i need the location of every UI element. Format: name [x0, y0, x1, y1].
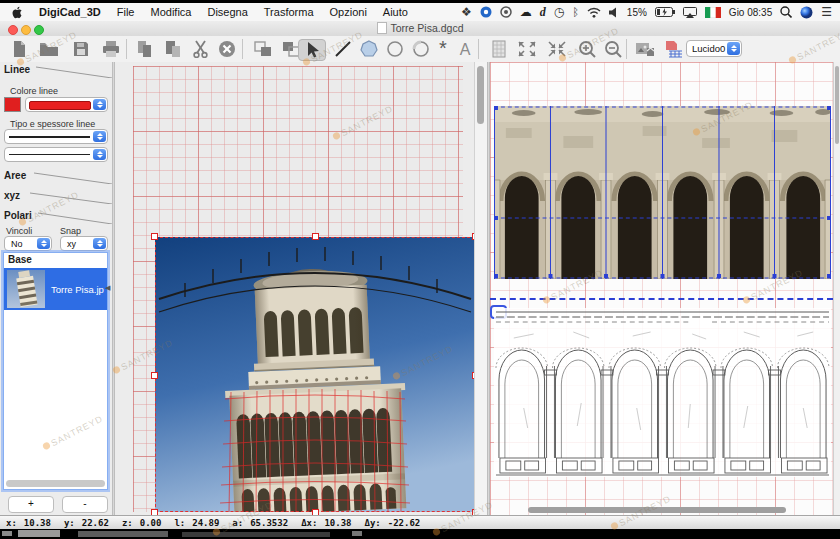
line-type-stepper[interactable]: [93, 131, 106, 142]
menu-modifica[interactable]: Modifica: [150, 6, 191, 18]
vincoli-select[interactable]: No: [4, 236, 52, 251]
line-color-select[interactable]: [25, 97, 108, 112]
canvas-sheet-grid[interactable]: [133, 66, 463, 512]
coord-a: a:65.3532: [232, 518, 288, 528]
selection-handle-n[interactable]: [312, 233, 319, 240]
zoom-selection-button[interactable]: [544, 39, 570, 59]
cloud-icon[interactable]: ☁: [520, 5, 532, 19]
section-xyz[interactable]: xyz: [4, 190, 20, 201]
canvas-vertical-scrollbar-thumb[interactable]: [477, 66, 484, 124]
add-item-button[interactable]: +: [8, 496, 54, 513]
title-bar: Torre Pisa.dgcd: [0, 21, 840, 37]
bluetooth-icon[interactable]: ᛒ: [572, 5, 579, 19]
base-list-item-torre-pisa[interactable]: Torre Pisa.jp: [4, 268, 107, 310]
colore-linee-label: Colore linee: [10, 86, 58, 96]
menu-aiuto[interactable]: Aiuto: [383, 6, 408, 18]
zoom-fit-button[interactable]: [514, 39, 540, 59]
battery-icon[interactable]: [655, 5, 675, 19]
new-document-button[interactable]: [6, 39, 32, 59]
airplay-icon[interactable]: [683, 5, 697, 19]
notification-center-icon[interactable]: ☰: [821, 5, 832, 19]
open-folder-button[interactable]: [36, 39, 62, 59]
canvas-vertical-scrollbar[interactable]: [474, 62, 487, 515]
page-grid-button[interactable]: [486, 39, 512, 59]
text-tool-button[interactable]: A: [452, 39, 478, 59]
section-linee[interactable]: Linee: [4, 64, 30, 75]
time-machine-icon[interactable]: ◷: [554, 5, 564, 19]
menu-opzioni[interactable]: Opzioni: [330, 6, 367, 18]
tower-photo: [155, 237, 475, 512]
delete-button[interactable]: [214, 39, 240, 59]
line-width-preview: [9, 154, 90, 155]
select-arrow-button[interactable]: [298, 39, 326, 61]
coord-x: x:10.38: [6, 518, 51, 528]
paste-button[interactable]: [132, 39, 158, 59]
section-polari[interactable]: Polari: [4, 210, 32, 221]
base-list: Base Torre Pisa.jp: [3, 252, 108, 490]
bring-to-front-button[interactable]: [250, 39, 276, 59]
circle-tool-button[interactable]: [382, 39, 408, 59]
toolbar-separator: [242, 39, 243, 59]
battery-percent: 15%: [627, 7, 647, 18]
right-panel-vertical-scrollbar[interactable]: [833, 62, 840, 515]
right-panel-vertical-scrollbar-thumb[interactable]: [835, 66, 839, 144]
sidebar-collapse-arrow[interactable]: ◀: [105, 284, 110, 292]
layer-grid-button[interactable]: [660, 39, 686, 59]
line-width-stepper[interactable]: [93, 149, 106, 160]
menu-file[interactable]: File: [117, 6, 135, 18]
copy-button[interactable]: [160, 39, 186, 59]
status-bar: x:10.38 y:22.62 z:0.00 l:24.89 a:65.3532…: [0, 515, 840, 529]
snap-select[interactable]: xy: [60, 236, 108, 251]
svg-text:A: A: [460, 41, 471, 58]
selection-handle-nw[interactable]: [151, 233, 158, 240]
record-icon[interactable]: [500, 5, 512, 19]
rectified-photo-strip[interactable]: [494, 106, 831, 279]
coord-l: l:24.89: [174, 518, 219, 528]
screen-edge-artifact: [462, 0, 560, 2]
left-sidebar: Linee Colore linee Tipo e spessore linee…: [0, 62, 112, 515]
right-panel-horizontal-scrollbar-thumb[interactable]: [528, 507, 786, 513]
vector-drawing[interactable]: [494, 308, 831, 477]
layer-selector-stepper[interactable]: [727, 42, 740, 55]
vincoli-stepper[interactable]: [37, 238, 50, 249]
base-list-header: Base: [4, 253, 107, 269]
app-circle-icon[interactable]: [480, 5, 492, 19]
dropbox-icon[interactable]: ❖: [461, 5, 472, 19]
line-color-swatch[interactable]: [4, 97, 21, 112]
section-aree[interactable]: Aree: [4, 170, 26, 181]
siri-icon[interactable]: [800, 5, 813, 19]
menu-disegna[interactable]: Disegna: [207, 6, 247, 18]
rectify-photo-button[interactable]: [632, 39, 658, 59]
save-button[interactable]: [68, 39, 94, 59]
layer-selector[interactable]: Lucido0: [686, 40, 742, 57]
volume-icon[interactable]: [609, 5, 619, 19]
menu-bar-left: DigiCad_3D File Modifica Disegna Trasfor…: [0, 5, 408, 19]
apple-menu-icon[interactable]: [12, 5, 23, 19]
menu-clock[interactable]: Gio 08:35: [729, 7, 772, 18]
base-list-scrollbar[interactable]: [6, 480, 105, 487]
line-type-select[interactable]: [4, 129, 108, 144]
menu-trasforma[interactable]: Trasforma: [264, 6, 314, 18]
selection-handle-w[interactable]: [151, 372, 158, 379]
right-panel[interactable]: [490, 62, 833, 515]
d-icon[interactable]: d: [540, 5, 546, 19]
snap-stepper[interactable]: [93, 238, 106, 249]
italian-flag-icon[interactable]: [705, 5, 721, 19]
line-color-stepper[interactable]: [93, 99, 106, 110]
snap-value: xy: [67, 239, 76, 249]
drawing-canvas[interactable]: [115, 62, 487, 515]
print-button[interactable]: [98, 39, 124, 59]
wifi-icon[interactable]: [587, 5, 601, 19]
line-width-select[interactable]: [4, 147, 108, 162]
tower-photo-object[interactable]: [155, 237, 475, 512]
zoom-in-button[interactable]: [574, 39, 600, 59]
cut-button[interactable]: [188, 39, 214, 59]
coord-z: z:0.00: [122, 518, 162, 528]
app-menu[interactable]: DigiCad_3D: [39, 6, 101, 18]
polygon-tool-button[interactable]: [356, 39, 382, 59]
line-tool-button[interactable]: [330, 39, 356, 59]
zoom-out-button[interactable]: [600, 39, 626, 59]
spotlight-icon[interactable]: [780, 5, 792, 19]
remove-item-button[interactable]: -: [62, 496, 108, 513]
window-title: Torre Pisa.dgcd: [0, 22, 840, 34]
